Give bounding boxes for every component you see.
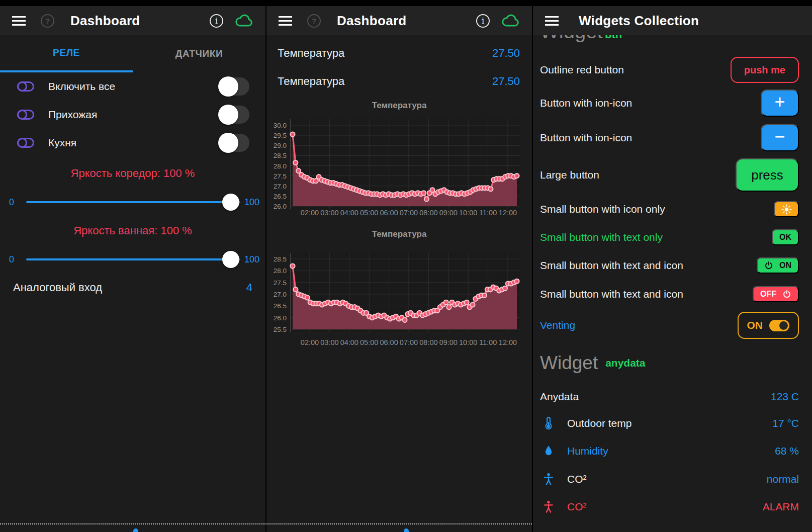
add-button[interactable]: + bbox=[761, 90, 799, 117]
svg-text:28.0: 28.0 bbox=[274, 162, 287, 170]
temperature-label: Температура bbox=[278, 75, 492, 88]
svg-text:05:00: 05:00 bbox=[360, 338, 378, 346]
slider-caption-bathroom: Яркость ванная: 100 % bbox=[0, 214, 265, 247]
analog-input-label: Аналоговый вход bbox=[13, 281, 246, 294]
off-button[interactable]: OFF bbox=[753, 286, 799, 302]
info-icon[interactable]: i bbox=[210, 14, 223, 28]
svg-text:05:00: 05:00 bbox=[360, 209, 378, 217]
tab-relays[interactable]: РЕЛЕ bbox=[0, 35, 133, 72]
toggle-icon bbox=[17, 81, 34, 92]
svg-text:02:00: 02:00 bbox=[301, 338, 319, 346]
svg-text:06:00: 06:00 bbox=[380, 338, 398, 346]
svg-text:28.0: 28.0 bbox=[274, 267, 287, 275]
cloud-status-icon bbox=[234, 14, 253, 28]
remove-button[interactable]: − bbox=[761, 124, 799, 151]
data-row-co2-alarm: CO² ALARM bbox=[533, 493, 812, 521]
clipped-section-heading: Widget btn bbox=[533, 35, 812, 49]
svg-text:29.5: 29.5 bbox=[274, 132, 287, 139]
switch-kitchen-toggle[interactable] bbox=[218, 133, 250, 153]
panel-dashboard-relays: ? Dashboard i РЕЛЕ ДАТЧИКИ Включить все … bbox=[0, 0, 265, 532]
svg-text:12:00: 12:00 bbox=[499, 209, 517, 217]
switch-all-toggle[interactable] bbox=[218, 76, 250, 97]
sunny-button[interactable] bbox=[774, 201, 799, 217]
svg-text:07:00: 07:00 bbox=[400, 338, 418, 346]
svg-text:07:00: 07:00 bbox=[400, 209, 418, 217]
svg-text:26.0: 26.0 bbox=[274, 314, 287, 322]
svg-text:26.5: 26.5 bbox=[274, 193, 287, 200]
switch-row-all: Включить все bbox=[0, 72, 265, 101]
slider-bathroom-track[interactable] bbox=[26, 251, 240, 268]
press-button[interactable]: press bbox=[736, 158, 799, 192]
dotted-divider bbox=[0, 523, 532, 524]
svg-text:08:00: 08:00 bbox=[419, 209, 437, 217]
data-row-anydata: Anydata 123 C bbox=[533, 384, 812, 409]
chart-title: Температура bbox=[266, 229, 532, 239]
svg-text:28.5: 28.5 bbox=[274, 255, 287, 263]
widget-row-venting: Venting ON bbox=[533, 309, 812, 342]
info-icon[interactable]: i bbox=[476, 14, 490, 28]
svg-text:09:00: 09:00 bbox=[439, 209, 458, 217]
power-icon bbox=[782, 290, 791, 299]
switch-row-kitchen: Кухня bbox=[0, 129, 265, 157]
svg-text:11:00: 11:00 bbox=[479, 209, 497, 217]
svg-text:04:00: 04:00 bbox=[340, 209, 358, 217]
slider-bathroom: 0 100 bbox=[0, 247, 265, 272]
cloud-status-icon bbox=[501, 14, 520, 28]
widget-row-large-button: Large button press bbox=[533, 155, 812, 195]
svg-text:27.5: 27.5 bbox=[274, 172, 287, 180]
menu-icon[interactable] bbox=[279, 16, 292, 26]
panel-widgets-collection: Widgets Collection Widget btn Outline re… bbox=[533, 0, 812, 532]
switch-label: Прихожая bbox=[48, 109, 218, 121]
toggle-on-icon bbox=[769, 320, 789, 331]
help-icon[interactable]: ? bbox=[41, 14, 54, 28]
help-icon[interactable]: ? bbox=[307, 14, 321, 28]
slider-caption-corridor: Яркость коредор: 100 % bbox=[0, 157, 265, 190]
push-me-button[interactable]: push me bbox=[731, 57, 799, 83]
svg-text:27.5: 27.5 bbox=[274, 279, 287, 287]
slider-bathroom-knob[interactable] bbox=[222, 251, 239, 268]
ok-button[interactable]: OK bbox=[772, 229, 799, 245]
temperature-row: Температура 27.50 bbox=[266, 67, 532, 96]
slider-corridor-knob[interactable] bbox=[222, 194, 239, 211]
on-button[interactable]: ON bbox=[757, 257, 799, 274]
slider-corridor-track[interactable] bbox=[26, 194, 240, 211]
thermometer-icon bbox=[540, 416, 557, 430]
toggle-icon bbox=[17, 138, 34, 148]
switch-label: Включить все bbox=[48, 80, 218, 93]
tab-sensors[interactable]: ДАТЧИКИ bbox=[133, 35, 265, 72]
toggle-icon bbox=[17, 110, 34, 120]
page-title: Dashboard bbox=[70, 13, 140, 29]
svg-text:10:00: 10:00 bbox=[459, 338, 477, 346]
switch-hallway-toggle[interactable] bbox=[218, 105, 250, 125]
status-bar bbox=[0, 0, 265, 6]
temperature-chart-1: 30.029.529.028.528.027.527.026.526.002:0… bbox=[266, 114, 533, 222]
svg-text:04:00: 04:00 bbox=[340, 338, 358, 346]
page-indicator-dot bbox=[133, 528, 138, 532]
svg-text:03:00: 03:00 bbox=[320, 338, 338, 346]
app-bar: ? Dashboard i bbox=[0, 6, 265, 35]
page-title: Widgets Collection bbox=[579, 13, 699, 29]
temperature-row: Температура 27.50 bbox=[266, 39, 532, 67]
widget-row-small-text-button: Small button with text only OK bbox=[533, 223, 812, 251]
widget-row-off-button: Small button with text and icon OFF bbox=[533, 280, 812, 309]
slider-min-label: 0 bbox=[9, 254, 24, 265]
svg-text:26.0: 26.0 bbox=[274, 203, 287, 210]
slider-corridor: 0 100 bbox=[0, 190, 265, 214]
widget-row-small-icon-button: Small button with icon only bbox=[533, 195, 812, 223]
svg-text:26.5: 26.5 bbox=[274, 302, 287, 310]
sunny-icon bbox=[781, 204, 792, 215]
svg-text:27.0: 27.0 bbox=[274, 183, 287, 190]
page-title: Dashboard bbox=[337, 13, 407, 29]
slider-max-label: 100 bbox=[244, 197, 259, 208]
svg-text:06:00: 06:00 bbox=[380, 209, 398, 217]
venting-toggle-button[interactable]: ON bbox=[738, 312, 799, 339]
panel-dashboard-sensors: ? Dashboard i Температура 27.50 Температ… bbox=[265, 0, 533, 532]
data-row-humidity: Humidity 68 % bbox=[533, 437, 812, 465]
menu-icon[interactable] bbox=[545, 16, 559, 26]
svg-text:02:00: 02:00 bbox=[301, 209, 319, 217]
slider-min-label: 0 bbox=[9, 197, 24, 208]
svg-text:09:00: 09:00 bbox=[439, 338, 458, 346]
body-icon bbox=[540, 500, 557, 513]
menu-icon[interactable] bbox=[12, 16, 26, 26]
svg-text:25.5: 25.5 bbox=[274, 326, 287, 333]
